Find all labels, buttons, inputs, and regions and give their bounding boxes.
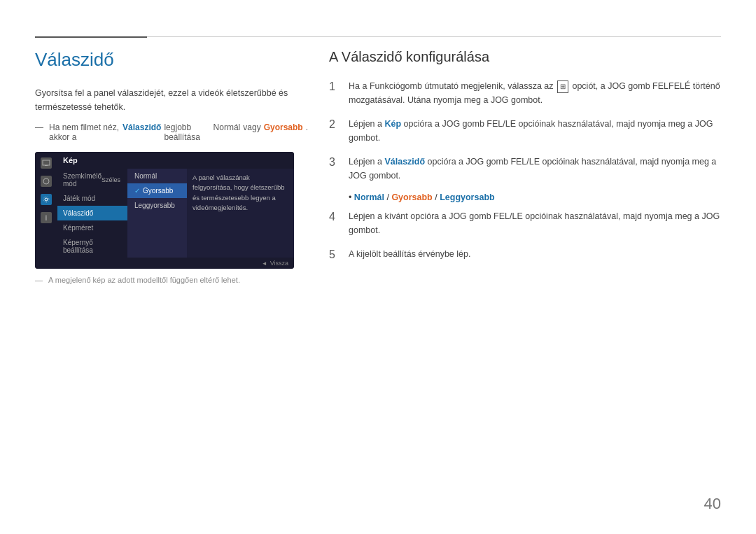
step-text-2: Lépjen a Kép opcióra a JOG gomb FEL/LE o… xyxy=(349,117,721,145)
bullet-gyorsabb: Gyorsabb xyxy=(391,192,432,202)
icon-monitor xyxy=(41,157,52,169)
step-3: 3 Lépjen a Válaszidő opcióra a JOG gomb … xyxy=(329,155,721,183)
step-number-3: 3 xyxy=(329,155,340,170)
page-number: 40 xyxy=(704,495,721,513)
svg-rect-1 xyxy=(45,165,48,166)
monitor-screenshot: i Kép Szemkímélő mód Széles Játék mód xyxy=(35,152,294,269)
menu-item-kepernyo: Képernyő beállítása xyxy=(57,235,127,258)
disclaimer: A megjelenő kép az adott modelltől függő… xyxy=(35,276,308,284)
icon-gear xyxy=(41,194,52,205)
svg-rect-0 xyxy=(43,160,50,165)
hint-normal: Normál xyxy=(214,122,241,132)
step-text-5: A kijelölt beállítás érvénybe lép. xyxy=(349,247,470,261)
kep-link: Kép xyxy=(384,119,401,129)
bullet-options: Normál / Gyorsabb / Leggyorsabb xyxy=(349,192,721,202)
top-rule-accent xyxy=(35,36,147,38)
step-text-1: Ha a Funkciógomb útmutató megjelenik, vá… xyxy=(349,79,721,107)
step-2: 2 Lépjen a Kép opcióra a JOG gomb FEL/LE… xyxy=(329,117,721,145)
page-title: Válaszidő xyxy=(35,49,308,71)
step-number-1: 1 xyxy=(329,79,340,94)
side-description: A panel válaszának felgyorsítása, hogy é… xyxy=(187,169,294,258)
right-column: A Válaszidő konfigurálása 1 Ha a Funkció… xyxy=(329,49,721,272)
svg-point-3 xyxy=(45,198,48,201)
step-number-2: 2 xyxy=(329,117,340,132)
menu-header-kep: Kép xyxy=(57,152,294,169)
submenu-gyorsabb: ✓ Gyorsabb xyxy=(127,183,187,198)
icon-circle xyxy=(41,176,52,187)
steps-list: 1 Ha a Funkciógomb útmutató megjelenik, … xyxy=(329,79,721,262)
step-text-4: Lépjen a kívánt opcióra a JOG gomb FEL/L… xyxy=(349,209,721,237)
step-number-4: 4 xyxy=(329,209,340,225)
submenu-normal: Normál xyxy=(127,169,187,183)
hint-or: vagy xyxy=(243,122,260,132)
valaszido-link: Válaszidő xyxy=(384,157,425,167)
menu-item-valaszido: Válaszidő xyxy=(57,206,127,220)
hint-valaszido: Válaszidő xyxy=(122,122,161,132)
step-text-3: Lépjen a Válaszidő opcióra a JOG gomb FE… xyxy=(349,155,721,183)
step-number-5: 5 xyxy=(329,247,340,262)
left-column: Válaszidő Gyorsítsa fel a panel válaszid… xyxy=(35,49,308,284)
bullet-leggyorsabb: Leggyorsabb xyxy=(440,192,495,202)
svg-point-2 xyxy=(43,178,49,184)
menu-item-jatek: Játék mód xyxy=(57,191,127,206)
icon-info: i xyxy=(41,212,52,223)
hint-text: Ha nem filmet néz, akkor a Válaszidő leg… xyxy=(35,122,308,142)
hint-prefix: Ha nem filmet néz, akkor a xyxy=(49,122,120,142)
section-title: A Válaszidő konfigurálása xyxy=(329,49,721,65)
intro-text: Gyorsítsa fel a panel válaszidejét, ezze… xyxy=(35,86,308,114)
icon-inline-1: ⊞ xyxy=(557,80,568,93)
monitor-footer: ◄ Vissza xyxy=(35,258,294,269)
step-1: 1 Ha a Funkciógomb útmutató megjelenik, … xyxy=(329,79,721,107)
bullet-normal: Normál xyxy=(354,192,384,202)
hint-period: . xyxy=(306,122,308,132)
svg-point-4 xyxy=(43,197,49,202)
step-5: 5 A kijelölt beállítás érvénybe lép. xyxy=(329,247,721,262)
hint-mid: legjobb beállítása xyxy=(164,122,210,142)
menu-item-szemkimelo: Szemkímélő mód Széles xyxy=(57,169,127,191)
hint-gyorsabb: Gyorsabb xyxy=(264,122,303,132)
menu-item-kepméret: Képméret xyxy=(57,220,127,235)
submenu-leggyorsabb: Leggyorsabb xyxy=(127,198,187,213)
step-4: 4 Lépjen a kívánt opcióra a JOG gomb FEL… xyxy=(329,209,721,237)
